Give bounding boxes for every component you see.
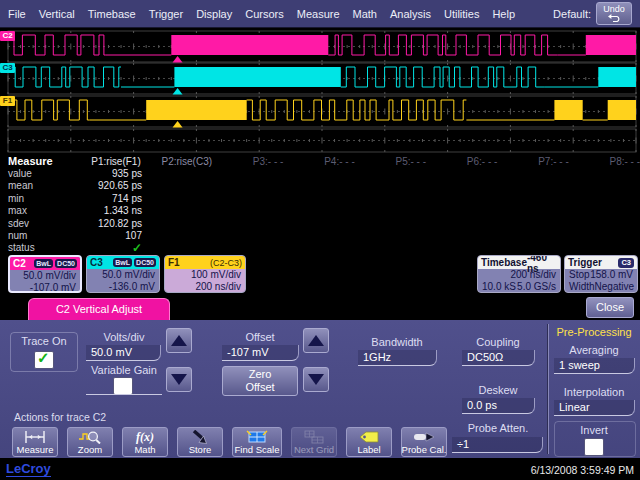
offset-up-button[interactable]	[303, 328, 329, 353]
close-button[interactable]: Close	[586, 297, 634, 318]
probe-cal-action-button[interactable]: Probe Cal.	[401, 427, 447, 457]
vdiv-readout: 50.0 mV/div	[91, 269, 155, 281]
timebase-title: Timebase	[481, 257, 527, 268]
interpolation-field[interactable]: Linear	[554, 400, 635, 416]
waveform-display[interactable]	[0, 28, 640, 155]
channel-id: C3	[90, 257, 103, 268]
menu-file[interactable]: File	[8, 8, 26, 20]
trigger-slope: Negative	[595, 281, 634, 293]
trace-label-f1[interactable]: F1	[0, 96, 15, 106]
menu-cursors[interactable]: Cursors	[245, 8, 284, 20]
trigger-mode: Stop	[569, 269, 590, 281]
p1-sdev: 120.82 ps	[70, 218, 142, 229]
channel-id: C2	[13, 258, 26, 269]
trace-descriptor-f1[interactable]: F1 (C2-C3) 100 mV/div 200 ns/div	[164, 255, 246, 293]
measure-col-p3-header: P3:- - -	[212, 156, 283, 167]
dialog-tab-row: C2 Vertical Adjust Close	[0, 294, 640, 320]
measure-row-value: value 935 ps	[0, 167, 640, 179]
row-label: sdev	[0, 218, 70, 229]
menu-vertical[interactable]: Vertical	[39, 8, 75, 20]
math-action-label: Math	[134, 444, 155, 455]
trace-id: F1	[168, 257, 180, 268]
zero-offset-button[interactable]: Zero Offset	[222, 366, 298, 396]
measure-row-mean: mean 920.65 ps	[0, 180, 640, 192]
volts-div-label: Volts/div	[88, 331, 160, 343]
menu-measure[interactable]: Measure	[297, 8, 340, 20]
averaging-label: Averaging	[554, 344, 634, 356]
actions-label: Actions for trace C2	[14, 411, 106, 423]
deskew-field[interactable]: 0.0 ps	[462, 398, 535, 414]
probe-atten-field[interactable]: ÷1	[452, 437, 543, 453]
trigger-time-marker	[173, 56, 183, 63]
row-label: status	[0, 242, 70, 253]
bwl-badge: BwL	[34, 259, 53, 268]
variable-gain-checkbox[interactable]	[113, 377, 133, 395]
coupling-field[interactable]: DC50Ω	[462, 350, 535, 366]
trigger-level: 158.0 mV	[590, 269, 633, 281]
menu-utilities[interactable]: Utilities	[444, 8, 479, 20]
channel-descriptor-c3[interactable]: C3 BwL DC50 50.0 mV/div -136.0 mV	[86, 255, 160, 293]
measure-col-p5-header: P5:- - -	[355, 156, 426, 167]
down-arrow-icon	[308, 374, 324, 385]
tdiv-readout: 200 ns/div	[482, 269, 556, 281]
tab-c2-vertical-adjust[interactable]: C2 Vertical Adjust	[28, 298, 170, 320]
trigger-source-badge: C3	[618, 258, 634, 268]
vdiv-readout: 50.0 mV/div	[14, 270, 76, 282]
measure-action-button[interactable]: Measure	[12, 427, 58, 457]
trace-label-c2[interactable]: C2	[0, 31, 15, 41]
menu-analysis[interactable]: Analysis	[390, 8, 431, 20]
datetime-readout: 6/13/2008 3:59:49 PM	[531, 464, 634, 476]
default-label: Default:	[553, 8, 591, 20]
trigger-time-marker	[173, 88, 183, 95]
find-scale-action-button[interactable]: Find Scale	[232, 427, 282, 457]
row-label: min	[0, 193, 70, 204]
deskew-label: Deskew	[462, 384, 534, 396]
menu-display[interactable]: Display	[196, 8, 232, 20]
averaging-field[interactable]: 1 sweep	[554, 358, 635, 374]
vdiv-readout: 100 mV/div	[169, 269, 241, 281]
trace-on-checkbox[interactable]	[34, 351, 54, 369]
math-action-button[interactable]: f(x) Math	[122, 427, 168, 457]
p1-mean: 920.65 ps	[70, 180, 142, 191]
menu-trigger[interactable]: Trigger	[149, 8, 183, 20]
offset-field[interactable]: -107 mV	[222, 345, 299, 361]
measure-row-max: max 1.343 ns	[0, 205, 640, 217]
row-label: mean	[0, 180, 70, 191]
dc50-badge: DC50	[134, 258, 156, 267]
dc50-badge: DC50	[55, 259, 77, 268]
trace-label-c3[interactable]: C3	[0, 63, 15, 73]
menu-math[interactable]: Math	[353, 8, 377, 20]
undo-button[interactable]: Undo	[596, 2, 632, 25]
volts-div-up-button[interactable]	[166, 328, 192, 353]
preprocessing-divider	[547, 324, 549, 454]
zoom-action-label: Zoom	[78, 444, 102, 455]
store-action-button[interactable]: Store	[177, 427, 223, 457]
zoom-action-button[interactable]: Zoom	[67, 427, 113, 457]
trigger-descriptor[interactable]: Trigger C3 Stop 158.0 mV Width Negative	[564, 255, 638, 293]
up-arrow-icon	[171, 335, 187, 346]
menu-help[interactable]: Help	[492, 8, 515, 20]
volts-div-field[interactable]: 50.0 mV	[86, 345, 161, 361]
sample-count: 10.0 kS	[482, 281, 516, 293]
measure-col-p7-header: P7:- - -	[497, 156, 568, 167]
measure-action-label: Measure	[17, 444, 54, 455]
offset-down-button[interactable]	[303, 367, 329, 392]
measure-col-p2-header: P2:rise(C3)	[141, 156, 212, 167]
c3-header: C3 BwL DC50	[87, 256, 159, 269]
status-bar: LeCroy 6/13/2008 3:59:49 PM	[0, 459, 640, 480]
channel-descriptor-c2[interactable]: C2 BwL DC50 50.0 mV/div -107.0 mV	[8, 255, 82, 293]
probe-atten-label: Probe Atten.	[455, 422, 541, 434]
status-check-icon: ✓	[70, 241, 142, 255]
timebase-descriptor[interactable]: Timebase -460 ns 200 ns/div 10.0 kS 5.0 …	[477, 255, 561, 293]
sample-rate: 5.0 GS/s	[517, 281, 556, 293]
row-label: num	[0, 230, 70, 241]
bwl-badge: BwL	[113, 258, 132, 267]
undo-arrow-icon	[608, 14, 621, 22]
bandwidth-field[interactable]: 1GHz	[358, 350, 437, 366]
up-arrow-icon	[308, 335, 324, 346]
label-action-button[interactable]: Label	[346, 427, 392, 457]
menu-timebase[interactable]: Timebase	[88, 8, 136, 20]
bandwidth-label: Bandwidth	[358, 336, 436, 348]
zero-offset-label: Zero Offset	[239, 368, 281, 394]
volts-div-down-button[interactable]	[166, 367, 192, 392]
